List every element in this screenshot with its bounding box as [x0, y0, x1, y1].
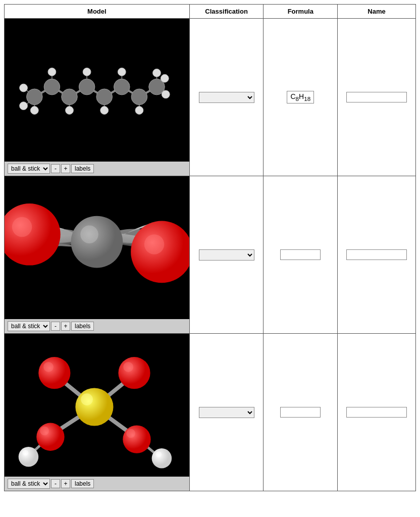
svg-point-33: [83, 68, 91, 76]
svg-point-29: [20, 102, 28, 110]
header-formula: Formula: [264, 5, 338, 19]
svg-point-35: [118, 68, 126, 76]
svg-point-22: [62, 89, 78, 105]
svg-point-20: [26, 89, 42, 105]
svg-point-58: [38, 357, 70, 389]
svg-point-65: [126, 429, 135, 438]
view-select-1[interactable]: ball & stick spacefill stick wireframe: [8, 164, 50, 174]
svg-point-70: [75, 388, 113, 426]
svg-point-23: [79, 79, 95, 95]
labels-button-2[interactable]: labels: [71, 322, 94, 331]
svg-point-59: [43, 362, 54, 372]
molecule-svg-1: [5, 19, 189, 160]
formula-display-1: C8H18: [287, 91, 314, 104]
model-cell-2: ball & stick spacefill stick wireframe -…: [5, 176, 190, 334]
name-cell-1: [338, 19, 416, 176]
classification-select-1[interactable]: Organic Inorganic Ionic Covalent: [199, 92, 254, 103]
formula-cell-3: [264, 334, 338, 491]
molecule-svg-2: [5, 176, 189, 318]
table-row: ball & stick spacefill stick wireframe -…: [5, 334, 416, 491]
svg-point-62: [36, 423, 64, 451]
zoom-in-button-2[interactable]: +: [61, 322, 70, 331]
molecule-svg-3: [5, 334, 189, 475]
name-input-1[interactable]: [346, 92, 407, 102]
svg-point-34: [100, 107, 109, 115]
formula-cell-2: [264, 176, 338, 334]
svg-point-64: [123, 426, 150, 453]
header-model: Model: [5, 5, 190, 19]
model-controls-2: ball & stick spacefill stick wireframe -…: [5, 319, 189, 333]
svg-point-67: [23, 450, 29, 456]
svg-point-50: [80, 225, 98, 243]
view-select-3[interactable]: ball & stick spacefill stick wireframe: [8, 479, 50, 489]
svg-point-38: [162, 90, 170, 98]
classification-cell-2: Organic Inorganic Ionic Covalent: [189, 176, 264, 334]
svg-point-60: [118, 357, 150, 389]
page-wrapper: Model Classification Formula Name: [0, 0, 420, 517]
svg-point-30: [30, 107, 38, 115]
name-input-2[interactable]: [346, 249, 407, 260]
classification-select-2[interactable]: Organic Inorganic Ionic Covalent: [199, 249, 254, 261]
zoom-in-button-1[interactable]: +: [61, 164, 70, 173]
header-classification: Classification: [189, 5, 264, 19]
classification-select-3[interactable]: Organic Inorganic Ionic Covalent: [199, 407, 254, 418]
view-select-2[interactable]: ball & stick spacefill stick wireframe: [8, 321, 50, 331]
labels-button-1[interactable]: labels: [71, 164, 94, 173]
molecule-viewer-3: [5, 334, 189, 477]
svg-point-32: [66, 107, 74, 115]
svg-point-63: [40, 426, 49, 435]
header-name: Name: [338, 5, 416, 19]
formula-input-2[interactable]: [280, 249, 321, 260]
svg-point-31: [48, 68, 56, 76]
molecule-viewer-1: [5, 19, 189, 162]
zoom-out-button-1[interactable]: -: [51, 164, 60, 173]
labels-button-3[interactable]: labels: [71, 479, 94, 488]
svg-point-24: [96, 89, 113, 105]
name-cell-3: [338, 334, 416, 491]
svg-point-21: [44, 79, 60, 95]
svg-point-68: [152, 448, 172, 469]
svg-point-48: [144, 234, 165, 254]
table-row: ball & stick spacefill stick wireframe -…: [5, 19, 416, 176]
svg-point-39: [153, 69, 161, 77]
zoom-out-button-3[interactable]: -: [51, 479, 60, 488]
svg-point-69: [156, 451, 162, 457]
svg-point-26: [131, 89, 147, 105]
svg-point-71: [81, 393, 93, 405]
name-input-3[interactable]: [346, 407, 407, 418]
svg-point-36: [135, 107, 143, 115]
svg-point-61: [123, 362, 133, 372]
zoom-in-button-3[interactable]: +: [61, 479, 70, 488]
svg-point-37: [161, 74, 169, 82]
model-cell-1: ball & stick spacefill stick wireframe -…: [5, 19, 190, 176]
classification-cell-3: Organic Inorganic Ionic Covalent: [189, 334, 264, 491]
molecule-viewer-2: [5, 176, 189, 319]
svg-point-49: [71, 216, 123, 268]
zoom-out-button-2[interactable]: -: [51, 322, 60, 331]
table-row: ball & stick spacefill stick wireframe -…: [5, 176, 416, 334]
formula-cell-1: C8H18: [264, 19, 338, 176]
name-cell-2: [338, 176, 416, 334]
formula-input-3[interactable]: [280, 407, 321, 418]
svg-point-46: [12, 217, 32, 237]
main-table: Model Classification Formula Name: [4, 4, 416, 491]
svg-point-28: [20, 84, 28, 92]
classification-cell-1: Organic Inorganic Ionic Covalent: [189, 19, 264, 176]
svg-point-66: [19, 447, 39, 467]
model-cell-3: ball & stick spacefill stick wireframe -…: [5, 334, 190, 491]
model-controls-1: ball & stick spacefill stick wireframe -…: [5, 162, 189, 176]
svg-point-25: [114, 79, 130, 95]
model-controls-3: ball & stick spacefill stick wireframe -…: [5, 477, 189, 491]
